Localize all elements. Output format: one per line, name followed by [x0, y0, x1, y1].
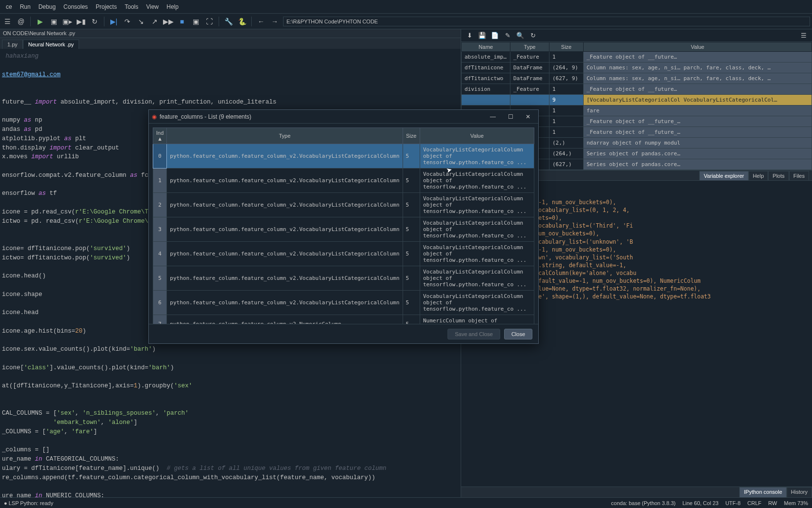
run-icon[interactable]: ▶: [35, 16, 45, 27]
search-icon[interactable]: 🔍: [516, 31, 525, 40]
python-icon[interactable]: 🐍: [237, 16, 247, 27]
dialog-col-header[interactable]: Size: [403, 128, 420, 144]
saveas-icon[interactable]: 📄: [490, 31, 499, 40]
console-tab-bar: IPython consoleHistory: [461, 487, 812, 497]
step-out-icon[interactable]: ↗: [149, 16, 160, 27]
menu-consoles[interactable]: Consoles: [60, 1, 92, 12]
variable-row[interactable]: division_Feature1_Feature object of __fu…: [462, 84, 812, 95]
pane-tab[interactable]: Help: [749, 171, 769, 180]
close-button[interactable]: ✕: [521, 111, 535, 122]
close-dialog-button[interactable]: Close: [504, 329, 532, 339]
list-item-row[interactable]: 4python.feature_column.feature_column_v2…: [153, 242, 534, 266]
menu-debug[interactable]: Debug: [35, 1, 60, 12]
menu-bar: ceRunDebugConsolesProjectsToolsViewHelp: [0, 0, 812, 14]
list-item-row[interactable]: 1python.feature_column.feature_column_v2…: [153, 169, 534, 193]
list-icon[interactable]: ☰: [2, 16, 13, 27]
column-header[interactable]: Value: [584, 42, 812, 52]
working-dir-input[interactable]: [283, 17, 810, 26]
menu-tools[interactable]: Tools: [121, 1, 142, 12]
step-into-icon[interactable]: ↘: [136, 16, 146, 27]
hamburger-icon[interactable]: ☰: [799, 31, 808, 40]
run-cell-advance-icon[interactable]: ▣▸: [62, 16, 73, 27]
dialog-col-header[interactable]: Ind ▲: [153, 128, 167, 144]
list-items-table[interactable]: Ind ▲TypeSizeValue 0python.feature_colum…: [153, 127, 534, 324]
conda-status[interactable]: conda: base (Python 3.8.3): [611, 500, 675, 506]
reload-icon[interactable]: ↻: [89, 16, 100, 27]
maximize-button[interactable]: ☐: [503, 111, 518, 122]
back-icon[interactable]: ←: [256, 16, 266, 27]
at-icon[interactable]: @: [16, 16, 26, 27]
debug-icon[interactable]: ▶|: [108, 16, 119, 27]
list-item-row[interactable]: 2python.feature_column.feature_column_v2…: [153, 193, 534, 217]
list-item-row[interactable]: 6python.feature_column.feature_column_v2…: [153, 291, 534, 315]
status-bar: ● LSP Python: ready conda: base (Python …: [0, 497, 812, 508]
main-toolbar: ☰ @ ▶ ▣ ▣▸ ▶▮ ↻ ▶| ↷ ↘ ↗ ▶▶ ■ ▣ ⛶ 🔧 🐍 ← …: [0, 14, 812, 29]
wrench-icon[interactable]: 🔧: [223, 16, 234, 27]
editor-tab[interactable]: 1.py: [2, 40, 23, 49]
run-selection-icon[interactable]: ▶▮: [76, 16, 86, 27]
column-header[interactable]: Name: [462, 42, 510, 52]
dialog-title-text: feature_columns - List (9 elements): [160, 113, 483, 120]
varexp-toolbar: ⬇ 💾 📄 ✎ 🔍 ↻ ☰: [461, 29, 812, 42]
menu-run[interactable]: Run: [16, 1, 35, 12]
encoding[interactable]: UTF-8: [725, 500, 740, 506]
eol[interactable]: CRLF: [748, 500, 762, 506]
column-header[interactable]: Type: [510, 42, 549, 52]
variable-row[interactable]: dfTitanictwoDataFrame(627, 9)Column name…: [462, 73, 812, 84]
dialog-col-header[interactable]: Value: [420, 128, 534, 144]
pane-tab[interactable]: Plots: [768, 171, 789, 180]
dialog-titlebar[interactable]: ◉ feature_columns - List (9 elements) — …: [149, 110, 538, 124]
rw-status: RW: [768, 500, 777, 506]
menu-ce[interactable]: ce: [2, 1, 16, 12]
variable-row[interactable]: 9[VocabularyListCategoricalCol Vocabular…: [462, 95, 812, 106]
console-tab[interactable]: History: [787, 487, 812, 497]
menu-projects[interactable]: Projects: [92, 1, 121, 12]
save-icon[interactable]: 💾: [478, 31, 487, 40]
continue-icon[interactable]: ▶▶: [163, 16, 174, 27]
forward-icon[interactable]: →: [269, 16, 280, 27]
console-tab[interactable]: IPython console: [739, 487, 786, 497]
clear-icon[interactable]: ✎: [503, 31, 512, 40]
menu-view[interactable]: View: [142, 1, 162, 12]
variable-row[interactable]: absolute_import_Feature1_Feature object …: [462, 52, 812, 63]
stop-icon[interactable]: ■: [177, 16, 187, 27]
list-item-row[interactable]: 5python.feature_column.feature_column_v2…: [153, 266, 534, 291]
mem-status: Mem 73%: [784, 500, 808, 506]
editor-tab[interactable]: Neural Network .py: [23, 40, 80, 49]
import-icon[interactable]: ⬇: [465, 31, 474, 40]
run-cell-icon[interactable]: ▣: [48, 16, 59, 27]
save-close-button: Save and Close: [447, 329, 500, 339]
editor-tabs: 1.pyNeural Network .py: [0, 38, 461, 49]
app-icon: ◉: [152, 113, 157, 120]
column-header[interactable]: Size: [549, 42, 584, 52]
pane-tab[interactable]: Variable explorer: [699, 171, 748, 180]
variable-viewer-dialog: ◉ feature_columns - List (9 elements) — …: [148, 109, 539, 344]
list-item-row[interactable]: 3python.feature_column.feature_column_v2…: [153, 217, 534, 242]
menu-help[interactable]: Help: [162, 1, 183, 12]
variable-row[interactable]: dfTitaniconeDataFrame(264, 9)Column name…: [462, 63, 812, 73]
breadcrumb: ON CODE\Neural Network .py: [0, 29, 461, 38]
pane-tab[interactable]: Files: [789, 171, 809, 180]
refresh-icon[interactable]: ↻: [528, 31, 537, 40]
step-over-icon[interactable]: ↷: [122, 16, 133, 27]
maximize-icon[interactable]: ⛶: [204, 16, 215, 27]
minimize-button[interactable]: —: [486, 111, 500, 122]
debug-file-icon[interactable]: ▣: [190, 16, 201, 27]
dialog-col-header[interactable]: Type: [167, 128, 403, 144]
cursor-position: Line 60, Col 23: [682, 500, 718, 506]
list-item-row[interactable]: 0python.feature_column.feature_column_v2…: [153, 144, 534, 169]
list-item-row[interactable]: 7python.feature_column.feature_column_v2…: [153, 315, 534, 324]
lsp-status: ● LSP Python: ready: [4, 500, 53, 506]
